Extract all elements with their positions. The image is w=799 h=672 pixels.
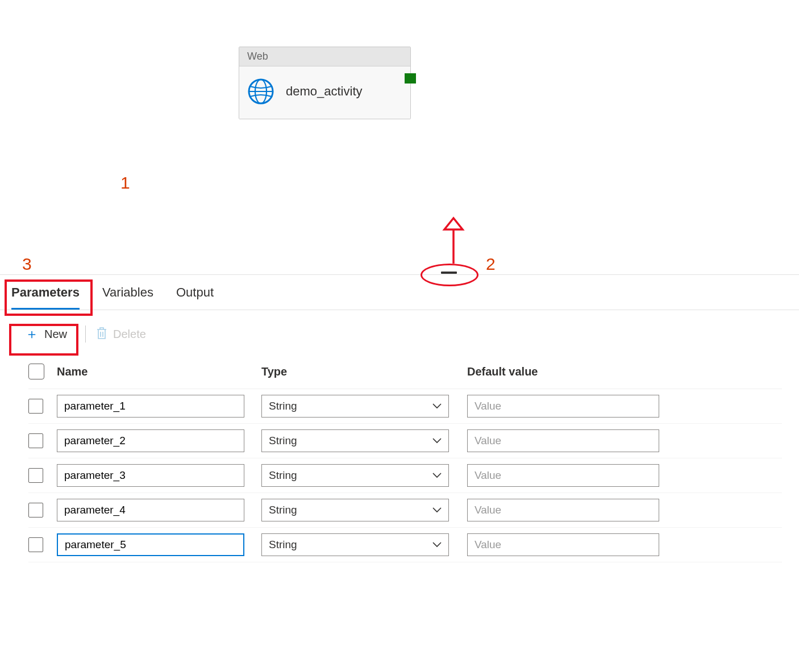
panel-tabs: Parameters Variables Output bbox=[0, 274, 799, 310]
globe-icon bbox=[247, 78, 274, 105]
row-checkbox[interactable] bbox=[28, 537, 43, 552]
table-row: String bbox=[28, 493, 782, 528]
table-row: String bbox=[28, 424, 782, 458]
delete-button: Delete bbox=[96, 326, 146, 343]
type-value: String bbox=[269, 504, 297, 516]
row-checkbox[interactable] bbox=[28, 433, 43, 448]
row-checkbox[interactable] bbox=[28, 399, 43, 414]
activity-type-label: Web bbox=[239, 47, 410, 66]
table-row: String bbox=[28, 458, 782, 493]
parameters-toolbar: ＋ New Delete bbox=[0, 310, 799, 358]
activity-success-connector[interactable] bbox=[405, 73, 416, 84]
plus-icon: ＋ bbox=[25, 325, 39, 343]
activity-name: demo_activity bbox=[286, 84, 363, 99]
tab-parameters[interactable]: Parameters bbox=[11, 275, 80, 310]
header-type: Type bbox=[261, 365, 467, 378]
header-value: Default value bbox=[467, 365, 782, 378]
header-name: Name bbox=[57, 365, 261, 378]
parameter-name-input[interactable] bbox=[57, 395, 244, 418]
parameter-name-input[interactable] bbox=[57, 533, 244, 556]
parameter-name-input[interactable] bbox=[57, 464, 244, 487]
row-checkbox[interactable] bbox=[28, 468, 43, 483]
parameters-table: Name Type Default value StringStringStri… bbox=[0, 358, 799, 562]
type-value: String bbox=[269, 400, 297, 412]
trash-icon bbox=[96, 326, 107, 343]
parameter-value-input[interactable] bbox=[467, 429, 659, 452]
table-header-row: Name Type Default value bbox=[28, 358, 782, 389]
delete-button-label: Delete bbox=[113, 328, 146, 341]
parameter-type-select[interactable]: String bbox=[261, 464, 449, 487]
parameter-type-select[interactable]: String bbox=[261, 533, 449, 556]
chevron-down-icon bbox=[432, 402, 442, 411]
tab-variables[interactable]: Variables bbox=[102, 275, 153, 310]
chevron-down-icon bbox=[432, 436, 442, 445]
parameter-type-select[interactable]: String bbox=[261, 499, 449, 521]
parameter-name-input[interactable] bbox=[57, 429, 244, 452]
chevron-down-icon bbox=[432, 540, 442, 549]
new-button[interactable]: ＋ New bbox=[17, 320, 75, 348]
chevron-down-icon bbox=[432, 506, 442, 515]
parameter-value-input[interactable] bbox=[467, 499, 659, 521]
type-value: String bbox=[269, 539, 297, 551]
parameter-type-select[interactable]: String bbox=[261, 395, 449, 418]
web-activity-node[interactable]: Web demo_activity bbox=[239, 47, 411, 119]
select-all-checkbox[interactable] bbox=[28, 364, 44, 379]
type-value: String bbox=[269, 435, 297, 447]
panel-collapse-handle[interactable] bbox=[441, 272, 457, 274]
table-row: String bbox=[28, 528, 782, 562]
type-value: String bbox=[269, 469, 297, 482]
tab-output[interactable]: Output bbox=[176, 275, 214, 310]
parameter-type-select[interactable]: String bbox=[261, 429, 449, 452]
pipeline-canvas[interactable]: Web demo_activity bbox=[0, 0, 799, 274]
chevron-down-icon bbox=[432, 471, 442, 480]
toolbar-divider bbox=[85, 325, 86, 343]
parameter-value-input[interactable] bbox=[467, 395, 659, 418]
parameter-value-input[interactable] bbox=[467, 464, 659, 487]
new-button-label: New bbox=[44, 328, 67, 341]
table-row: String bbox=[28, 389, 782, 424]
row-checkbox[interactable] bbox=[28, 503, 43, 517]
parameter-name-input[interactable] bbox=[57, 499, 244, 521]
parameter-value-input[interactable] bbox=[467, 533, 659, 556]
